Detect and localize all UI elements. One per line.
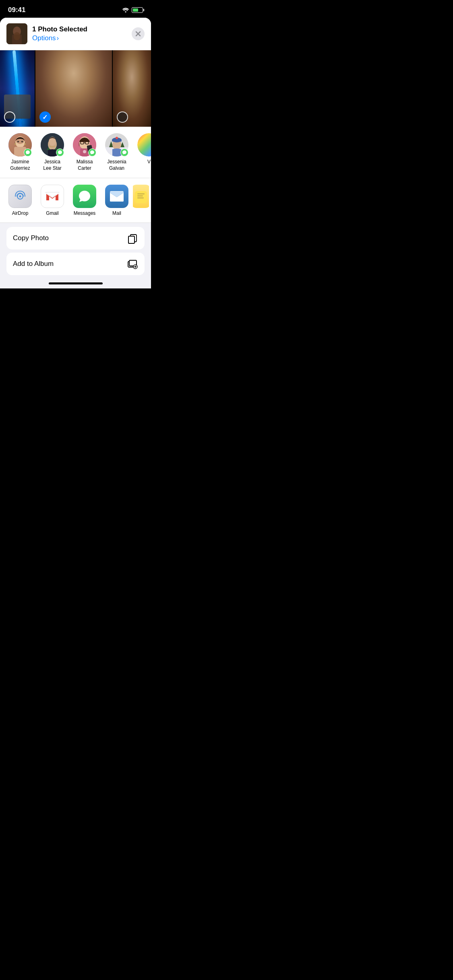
thumbnail-svg (6, 23, 27, 44)
contact-item-v[interactable]: V (133, 133, 151, 171)
photo-count-label: 1 Photo Selected (32, 25, 127, 33)
contact-name-v: V (147, 159, 151, 165)
contact-name-jasmine: JasmineGuterriez (10, 159, 30, 171)
header-thumbnail (6, 23, 27, 44)
wifi-icon (122, 7, 129, 13)
selection-circle-1[interactable] (4, 111, 15, 123)
svg-rect-39 (137, 133, 151, 156)
app-item-notes[interactable] (133, 185, 149, 216)
messages-app-icon (73, 185, 96, 208)
actions-section: Copy Photo Add to Album (0, 223, 151, 279)
contact-avatar-wrap-v (137, 133, 151, 156)
svg-point-38 (116, 137, 118, 139)
close-icon (135, 31, 141, 37)
mail-app-icon (105, 185, 128, 208)
apps-section: AirDrop Gmail (0, 178, 151, 223)
contact-badge-jessica (56, 148, 64, 156)
contacts-section: JasmineGuterriez (0, 127, 151, 178)
gmail-app-icon (41, 185, 64, 208)
notes-app-icon (133, 185, 149, 208)
message-badge-icon-jessica (58, 150, 62, 155)
svg-rect-45 (137, 194, 145, 194)
header-text-group: 1 Photo Selected Options › (32, 25, 127, 42)
contact-avatar-v (137, 133, 151, 156)
messages-icon (77, 189, 92, 204)
contact-avatar-wrap-jasmine (8, 133, 32, 156)
svg-point-6 (54, 76, 94, 127)
svg-point-7 (61, 61, 87, 92)
message-badge-icon-jessenia (122, 150, 127, 155)
contact-name-jessica: JessicaLee Star (43, 159, 61, 171)
apps-scroll: AirDrop Gmail (0, 185, 151, 216)
svg-point-18 (17, 141, 19, 142)
svg-point-21 (24, 143, 26, 145)
svg-rect-49 (128, 236, 134, 243)
home-indicator (0, 279, 151, 288)
svg-rect-46 (137, 196, 143, 196)
photo-cell-lightsaber[interactable] (0, 50, 35, 127)
options-link[interactable]: Options › (32, 34, 127, 42)
contact-avatar-wrap-malissa (73, 133, 96, 156)
message-badge-icon-malissa (90, 150, 95, 155)
mail-icon (110, 191, 124, 202)
thumbnail-image (6, 23, 27, 44)
svg-rect-3 (14, 32, 20, 40)
contact-badge-jasmine (24, 148, 32, 156)
app-item-mail[interactable]: Mail (101, 185, 133, 216)
selection-circle-2[interactable] (39, 111, 51, 123)
airdrop-app-label: AirDrop (12, 210, 29, 216)
svg-point-41 (19, 196, 21, 198)
contact-item-jessenia[interactable]: JesseniaGalvan (101, 133, 133, 171)
contact-name-jessenia: JesseniaGalvan (107, 159, 126, 171)
status-bar: 09:41 (0, 0, 151, 18)
messages-app-label: Messages (74, 210, 96, 216)
close-button[interactable] (132, 27, 145, 40)
app-item-gmail[interactable]: Gmail (36, 185, 68, 216)
contacts-scroll: JasmineGuterriez (0, 133, 151, 171)
add-album-icon (127, 258, 138, 270)
svg-point-20 (14, 143, 16, 145)
contact-item-jasmine[interactable]: JasmineGuterriez (4, 133, 36, 171)
svg-point-13 (120, 62, 143, 73)
gmail-icon (45, 191, 60, 202)
airdrop-app-icon (8, 185, 32, 208)
copy-icon (127, 233, 138, 244)
mail-app-label: Mail (112, 210, 121, 216)
copy-photo-label: Copy Photo (13, 234, 49, 242)
app-item-messages[interactable]: Messages (68, 185, 101, 216)
photo-cell-man-center[interactable] (35, 50, 112, 127)
contact-badge-malissa (88, 148, 96, 156)
contact-avatar-wrap-jessica (41, 133, 64, 156)
contact-avatar-wrap-jessenia (105, 133, 128, 156)
app-item-airdrop[interactable]: AirDrop (4, 185, 36, 216)
contact-item-malissa[interactable]: MalissaCarter (68, 133, 101, 171)
selection-circle-3[interactable] (117, 111, 128, 123)
svg-point-32 (83, 150, 86, 153)
svg-rect-37 (112, 140, 122, 142)
svg-rect-44 (135, 191, 147, 203)
add-to-album-label: Add to Album (13, 260, 54, 268)
airdrop-icon (13, 189, 27, 203)
add-to-album-row[interactable]: Add to Album (6, 253, 145, 275)
battery-icon (132, 7, 143, 13)
status-icons (122, 7, 143, 13)
notes-icon (135, 189, 147, 203)
svg-point-19 (21, 141, 23, 142)
home-bar (49, 282, 103, 284)
share-sheet: 1 Photo Selected Options › (0, 18, 151, 288)
svg-point-12 (120, 62, 144, 91)
contact-item-jessica[interactable]: JessicaLee Star (36, 133, 68, 171)
message-badge-icon (25, 150, 30, 155)
svg-rect-47 (137, 198, 144, 198)
share-header: 1 Photo Selected Options › (0, 18, 151, 50)
contact-name-malissa: MalissaCarter (77, 159, 93, 171)
copy-photo-row[interactable]: Copy Photo (6, 227, 145, 249)
photo-cell-man-right[interactable] (113, 50, 151, 127)
svg-point-8 (62, 61, 86, 73)
gmail-app-label: Gmail (46, 210, 58, 216)
contact-badge-jessenia (120, 148, 128, 156)
svg-point-24 (49, 137, 56, 146)
photo-strip (0, 50, 151, 127)
status-time: 09:41 (8, 6, 25, 14)
